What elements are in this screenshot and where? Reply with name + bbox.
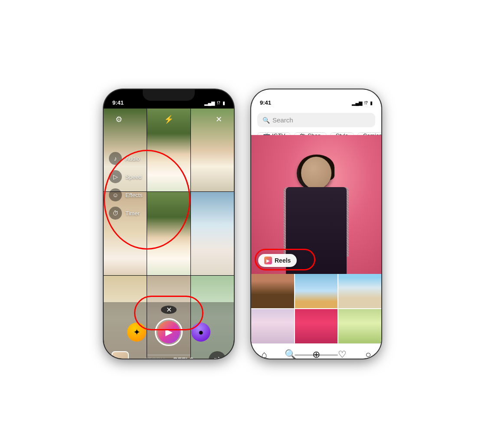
left-phone: 9:41 ▂▄▆ ⁉ ▮ ⚙ ⚡ ✕ ♪ [104,89,234,359]
notch [143,89,195,101]
thumb-6[interactable] [338,309,381,343]
search-nav-icon[interactable]: 🔍 [284,348,297,359]
thumbnail-grid [251,274,381,343]
search-input[interactable]: 🔍 Search [257,113,375,127]
search-icon: 🔍 [262,117,270,124]
search-bar-container: 🔍 Search [251,109,381,130]
right-signal-icon: ▂▄▆ [352,100,362,106]
explore-main-image: ▶ Reels [251,135,381,274]
right-notch [290,89,342,101]
right-wifi-icon: ⁉ [364,100,368,106]
camera-cell-tl [104,109,147,191]
home-nav-icon[interactable]: ⌂ [258,348,271,359]
home-indicator [147,354,190,356]
camera-cell-br [191,276,234,359]
bottom-navigation: ⌂ 🔍 ⊕ ♡ ○ [251,343,381,359]
thumb-4[interactable] [251,309,294,343]
reels-badge[interactable]: ▶ Reels [258,254,297,267]
reels-badge-text: Reels [275,257,291,264]
thumb-1[interactable] [251,274,294,308]
signal-icon: ▂▄▆ [204,100,215,106]
camera-grid [104,109,234,359]
shop-icon: 🛍 [300,132,306,135]
right-phone: 9:41 ▂▄▆ ⁉ ▮ 🔍 Search [251,89,381,359]
category-row: 📺 IGTV 🛍 Shop Style Comics TV & Movie [251,130,381,135]
camera-cell-center [147,192,190,275]
thumb-5[interactable] [295,309,338,343]
heart-nav-icon[interactable]: ♡ [336,348,349,359]
explore-content: 🔍 Search 📺 IGTV 🛍 Shop Style [251,109,381,359]
person-head [301,157,331,189]
right-time: 9:41 [260,99,271,106]
explore-screen: 9:41 ▂▄▆ ⁉ ▮ 🔍 Search [251,89,381,359]
camera-cell-bm [147,276,190,359]
thumb-2[interactable] [295,274,338,308]
reels-badge-icon: ▶ [264,257,272,264]
camera-screen: 9:41 ▂▄▆ ⁉ ▮ ⚙ ⚡ ✕ ♪ [104,89,234,359]
camera-cell-mr [191,192,234,275]
right-status-icons: ▂▄▆ ⁉ ▮ [352,100,373,106]
wifi-icon: ⁉ [217,100,220,106]
explore-person [251,135,381,274]
thumb-3[interactable] [338,274,381,308]
add-nav-icon[interactable]: ⊕ [310,348,323,359]
igtv-icon: 📺 [263,132,270,135]
camera-cell-tr [191,109,234,191]
battery-icon: ▮ [223,100,225,106]
right-home-indicator [295,354,338,356]
camera-cell-ml [104,192,147,275]
profile-nav-icon[interactable]: ○ [362,348,375,359]
left-status-icons: ▂▄▆ ⁉ ▮ [204,100,225,106]
left-time: 9:41 [112,99,124,106]
camera-cell-main [147,109,190,191]
right-battery-icon: ▮ [370,100,373,106]
camera-cell-bl [104,276,147,359]
search-placeholder: Search [272,116,293,124]
